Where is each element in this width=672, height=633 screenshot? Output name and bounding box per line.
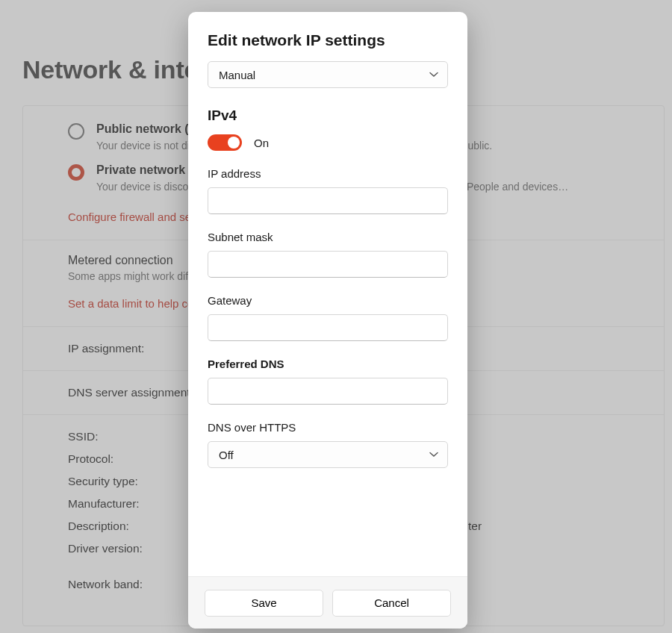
chevron-down-icon — [429, 450, 438, 459]
ip-address-input[interactable] — [208, 187, 448, 214]
ip-mode-select[interactable]: Manual — [208, 61, 448, 88]
ipv4-toggle-row: On — [208, 134, 448, 151]
doh-label: DNS over HTTPS — [208, 421, 448, 434]
ip-address-label: IP address — [208, 167, 448, 180]
edit-ip-settings-dialog: Edit network IP settings Manual IPv4 On … — [188, 12, 467, 629]
toggle-knob — [228, 137, 240, 149]
save-button[interactable]: Save — [205, 590, 323, 617]
ipv4-toggle-state: On — [254, 137, 269, 149]
dialog-footer: Save Cancel — [188, 576, 467, 629]
gateway-label: Gateway — [208, 294, 448, 307]
subnet-mask-label: Subnet mask — [208, 231, 448, 243]
ip-mode-value: Manual — [219, 69, 255, 81]
preferred-dns-label: Preferred DNS — [208, 358, 448, 370]
cancel-button[interactable]: Cancel — [332, 590, 451, 617]
chevron-down-icon — [429, 70, 438, 79]
gateway-input[interactable] — [208, 314, 448, 341]
subnet-mask-input[interactable] — [208, 251, 448, 278]
doh-select[interactable]: Off — [208, 441, 448, 468]
ipv4-heading: IPv4 — [208, 107, 448, 124]
doh-value: Off — [219, 449, 234, 461]
ipv4-toggle[interactable] — [208, 134, 242, 151]
preferred-dns-input[interactable] — [208, 378, 448, 405]
dialog-title: Edit network IP settings — [208, 31, 448, 49]
dialog-body: Edit network IP settings Manual IPv4 On … — [188, 12, 467, 576]
